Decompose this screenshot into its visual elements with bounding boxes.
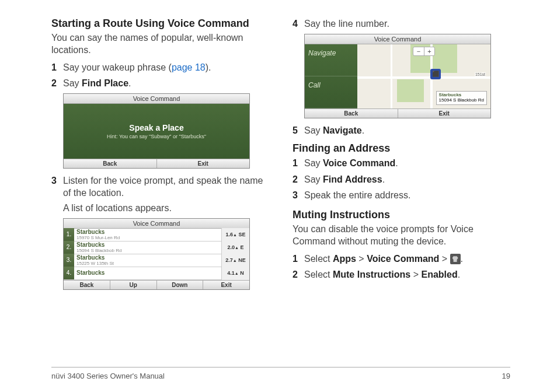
- location-distance: 1.6▲ SE: [221, 228, 249, 242]
- down-button[interactable]: Down: [156, 281, 203, 289]
- screenshot-speak-place: Voice Command Speak a Place Hint: You ca…: [63, 93, 250, 169]
- step-text: Speak the entire address.: [304, 189, 510, 202]
- speak-a-place-label: Speak a Place: [129, 123, 183, 132]
- row-index: 1.: [64, 228, 74, 241]
- back-button[interactable]: Back: [305, 109, 398, 118]
- step-text: Select Apps > Voice Command > .: [304, 253, 510, 265]
- map-location-label: Starbucks 15094 S Blackbob Rd: [436, 91, 487, 105]
- step-number: 2: [293, 268, 304, 281]
- footer-manual-title: nüvi 3400 Series Owner's Manual: [51, 372, 165, 380]
- heading-finding-address: Finding an Address: [293, 142, 510, 155]
- location-address: 15225 W 135th St: [76, 261, 219, 266]
- left-column: Starting a Route Using Voice Command You…: [51, 18, 269, 350]
- row-index: 3.: [64, 254, 74, 267]
- step-number: 1: [51, 61, 63, 74]
- location-row[interactable]: 4.Starbucks4.1▲ N: [64, 267, 249, 280]
- step-subtext: A list of locations appears.: [63, 203, 269, 214]
- intro-muting: You can disable the voice prompts for Vo…: [293, 223, 510, 248]
- step-number: 2: [293, 173, 304, 186]
- map-side-menu: Navigate Call: [305, 44, 357, 108]
- step-number: 3: [293, 189, 304, 202]
- scr-title: Voice Command: [64, 94, 249, 104]
- location-distance: 2.7▲ NE: [221, 254, 249, 267]
- map-area[interactable]: 151st − + ⬛ Starbucks 15094 S Blackbob R…: [357, 44, 490, 108]
- zoom-out-icon[interactable]: −: [413, 47, 424, 55]
- back-button[interactable]: Back: [64, 281, 110, 289]
- step-text: Say Find Place.: [63, 77, 269, 90]
- screenshot-location-list: Voice Command 1.Starbucks15970 S Mur-Len…: [63, 218, 250, 290]
- location-name: Starbucks: [76, 229, 219, 236]
- heading-muting: Muting Instructions: [293, 209, 510, 221]
- step-text: Listen for the voice prompt, and speak t…: [63, 174, 269, 200]
- speak-hint: Hint: You can say "Subway" or "Starbucks…: [107, 134, 206, 139]
- location-distance: 4.1▲ N: [221, 267, 249, 280]
- steps-start-route: 1 Say your wakeup phrase (page 18). 2 Sa…: [51, 61, 269, 90]
- step-number: 2: [51, 77, 63, 90]
- zoom-in-icon[interactable]: +: [424, 47, 434, 55]
- wrench-icon: [450, 254, 461, 264]
- step-number: 4: [293, 18, 304, 30]
- footer-page-number: 19: [502, 372, 510, 380]
- up-button[interactable]: Up: [110, 281, 156, 289]
- footer-divider: [51, 367, 510, 368]
- call-option[interactable]: Call: [305, 76, 357, 108]
- screenshot-map: Voice Command Navigate Call 151st: [304, 34, 491, 118]
- location-distance: 2.0▲ E: [221, 241, 249, 254]
- step-text: Say Find Address.: [304, 173, 510, 186]
- exit-button[interactable]: Exit: [156, 159, 250, 168]
- intro-start-route: You can say the names of popular, well-k…: [51, 32, 269, 57]
- row-index: 4.: [64, 267, 74, 279]
- scr-title: Voice Command: [305, 34, 490, 44]
- location-address: 15970 S Mur-Len Rd: [76, 236, 219, 240]
- step-text: Say Voice Command.: [304, 157, 510, 170]
- step-text: Select Mute Instructions > Enabled.: [304, 268, 510, 281]
- step-number: 1: [293, 157, 304, 170]
- back-button[interactable]: Back: [64, 159, 156, 168]
- exit-button[interactable]: Exit: [398, 109, 491, 118]
- step-text: Say the line number.: [304, 18, 510, 30]
- location-address: 15094 S Blackbob Rd: [76, 249, 219, 253]
- location-row[interactable]: 3.Starbucks15225 W 135th St2.7▲ NE: [64, 254, 249, 267]
- location-name: Starbucks: [76, 270, 219, 276]
- zoom-control[interactable]: − +: [413, 47, 435, 56]
- step-text: Say your wakeup phrase (page 18).: [63, 61, 269, 74]
- step-number: 3: [51, 174, 63, 200]
- navigate-option[interactable]: Navigate: [305, 44, 357, 76]
- location-pin-icon: ⬛: [430, 69, 441, 79]
- exit-button[interactable]: Exit: [203, 281, 249, 289]
- scr-title: Voice Command: [64, 219, 249, 229]
- location-row[interactable]: 2.Starbucks15094 S Blackbob Rd2.0▲ E: [64, 242, 249, 254]
- location-row[interactable]: 1.Starbucks15970 S Mur-Len Rd1.6▲ SE: [64, 229, 249, 242]
- heading-start-route: Starting a Route Using Voice Command: [51, 18, 269, 30]
- right-column: 4 Say the line number. Voice Command Nav…: [293, 18, 510, 350]
- page-link[interactable]: page 18: [172, 62, 206, 72]
- row-index: 2.: [64, 241, 74, 254]
- street-label: 151st: [475, 72, 486, 76]
- step-number: 1: [293, 253, 304, 265]
- step-text: Say Navigate.: [304, 124, 510, 137]
- location-name: Starbucks: [76, 255, 219, 261]
- location-name: Starbucks: [76, 242, 219, 249]
- step-number: 5: [293, 124, 304, 137]
